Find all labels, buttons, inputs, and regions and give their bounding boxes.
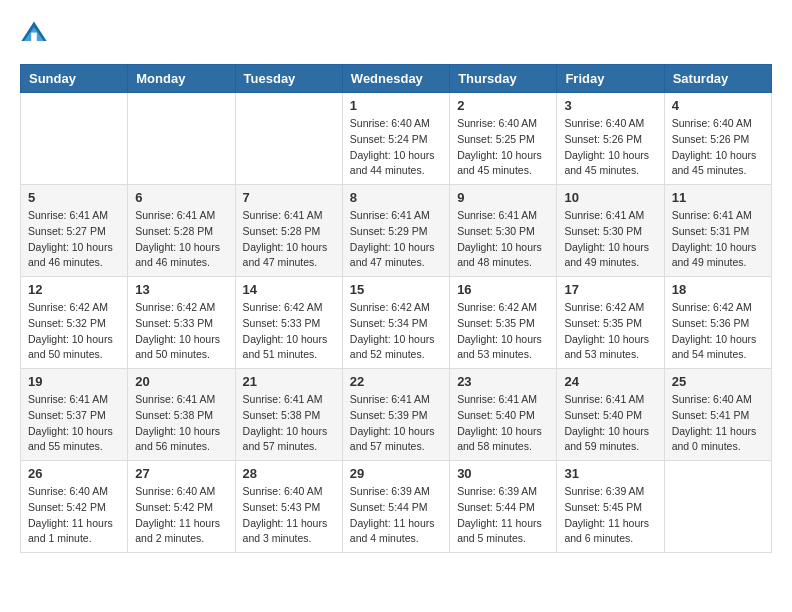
calendar-week-row: 12Sunrise: 6:42 AM Sunset: 5:32 PM Dayli… xyxy=(21,277,772,369)
calendar-cell: 24Sunrise: 6:41 AM Sunset: 5:40 PM Dayli… xyxy=(557,369,664,461)
day-number: 26 xyxy=(28,466,120,481)
day-info: Sunrise: 6:41 AM Sunset: 5:39 PM Dayligh… xyxy=(350,392,442,455)
day-info: Sunrise: 6:40 AM Sunset: 5:41 PM Dayligh… xyxy=(672,392,764,455)
calendar-cell xyxy=(128,93,235,185)
page-header xyxy=(20,20,772,48)
calendar-cell: 8Sunrise: 6:41 AM Sunset: 5:29 PM Daylig… xyxy=(342,185,449,277)
day-header-monday: Monday xyxy=(128,65,235,93)
day-number: 8 xyxy=(350,190,442,205)
calendar-cell: 11Sunrise: 6:41 AM Sunset: 5:31 PM Dayli… xyxy=(664,185,771,277)
day-number: 10 xyxy=(564,190,656,205)
day-number: 5 xyxy=(28,190,120,205)
calendar-cell xyxy=(21,93,128,185)
day-number: 9 xyxy=(457,190,549,205)
day-number: 24 xyxy=(564,374,656,389)
calendar-cell: 20Sunrise: 6:41 AM Sunset: 5:38 PM Dayli… xyxy=(128,369,235,461)
day-number: 29 xyxy=(350,466,442,481)
day-header-sunday: Sunday xyxy=(21,65,128,93)
day-number: 16 xyxy=(457,282,549,297)
calendar-week-row: 26Sunrise: 6:40 AM Sunset: 5:42 PM Dayli… xyxy=(21,461,772,553)
calendar-week-row: 1Sunrise: 6:40 AM Sunset: 5:24 PM Daylig… xyxy=(21,93,772,185)
day-info: Sunrise: 6:42 AM Sunset: 5:32 PM Dayligh… xyxy=(28,300,120,363)
day-info: Sunrise: 6:41 AM Sunset: 5:37 PM Dayligh… xyxy=(28,392,120,455)
calendar: SundayMondayTuesdayWednesdayThursdayFrid… xyxy=(20,64,772,553)
logo-icon xyxy=(20,20,48,48)
calendar-cell: 14Sunrise: 6:42 AM Sunset: 5:33 PM Dayli… xyxy=(235,277,342,369)
day-info: Sunrise: 6:41 AM Sunset: 5:31 PM Dayligh… xyxy=(672,208,764,271)
day-number: 23 xyxy=(457,374,549,389)
day-info: Sunrise: 6:39 AM Sunset: 5:44 PM Dayligh… xyxy=(457,484,549,547)
day-info: Sunrise: 6:40 AM Sunset: 5:42 PM Dayligh… xyxy=(135,484,227,547)
day-info: Sunrise: 6:40 AM Sunset: 5:42 PM Dayligh… xyxy=(28,484,120,547)
day-number: 25 xyxy=(672,374,764,389)
day-info: Sunrise: 6:40 AM Sunset: 5:24 PM Dayligh… xyxy=(350,116,442,179)
day-info: Sunrise: 6:41 AM Sunset: 5:28 PM Dayligh… xyxy=(243,208,335,271)
calendar-cell: 1Sunrise: 6:40 AM Sunset: 5:24 PM Daylig… xyxy=(342,93,449,185)
calendar-cell: 17Sunrise: 6:42 AM Sunset: 5:35 PM Dayli… xyxy=(557,277,664,369)
day-info: Sunrise: 6:41 AM Sunset: 5:40 PM Dayligh… xyxy=(457,392,549,455)
day-number: 12 xyxy=(28,282,120,297)
day-header-wednesday: Wednesday xyxy=(342,65,449,93)
calendar-cell: 7Sunrise: 6:41 AM Sunset: 5:28 PM Daylig… xyxy=(235,185,342,277)
day-number: 17 xyxy=(564,282,656,297)
svg-rect-2 xyxy=(31,33,37,41)
calendar-cell: 28Sunrise: 6:40 AM Sunset: 5:43 PM Dayli… xyxy=(235,461,342,553)
calendar-cell: 31Sunrise: 6:39 AM Sunset: 5:45 PM Dayli… xyxy=(557,461,664,553)
calendar-header-row: SundayMondayTuesdayWednesdayThursdayFrid… xyxy=(21,65,772,93)
calendar-cell: 3Sunrise: 6:40 AM Sunset: 5:26 PM Daylig… xyxy=(557,93,664,185)
day-info: Sunrise: 6:42 AM Sunset: 5:33 PM Dayligh… xyxy=(243,300,335,363)
calendar-cell: 12Sunrise: 6:42 AM Sunset: 5:32 PM Dayli… xyxy=(21,277,128,369)
day-info: Sunrise: 6:41 AM Sunset: 5:29 PM Dayligh… xyxy=(350,208,442,271)
day-number: 7 xyxy=(243,190,335,205)
calendar-cell: 30Sunrise: 6:39 AM Sunset: 5:44 PM Dayli… xyxy=(450,461,557,553)
day-info: Sunrise: 6:41 AM Sunset: 5:38 PM Dayligh… xyxy=(243,392,335,455)
day-info: Sunrise: 6:42 AM Sunset: 5:36 PM Dayligh… xyxy=(672,300,764,363)
day-number: 18 xyxy=(672,282,764,297)
day-number: 4 xyxy=(672,98,764,113)
day-info: Sunrise: 6:39 AM Sunset: 5:44 PM Dayligh… xyxy=(350,484,442,547)
calendar-cell: 18Sunrise: 6:42 AM Sunset: 5:36 PM Dayli… xyxy=(664,277,771,369)
day-info: Sunrise: 6:41 AM Sunset: 5:40 PM Dayligh… xyxy=(564,392,656,455)
day-info: Sunrise: 6:40 AM Sunset: 5:25 PM Dayligh… xyxy=(457,116,549,179)
calendar-cell: 4Sunrise: 6:40 AM Sunset: 5:26 PM Daylig… xyxy=(664,93,771,185)
day-number: 19 xyxy=(28,374,120,389)
calendar-cell: 5Sunrise: 6:41 AM Sunset: 5:27 PM Daylig… xyxy=(21,185,128,277)
day-info: Sunrise: 6:40 AM Sunset: 5:26 PM Dayligh… xyxy=(564,116,656,179)
calendar-cell xyxy=(664,461,771,553)
day-info: Sunrise: 6:40 AM Sunset: 5:26 PM Dayligh… xyxy=(672,116,764,179)
day-number: 13 xyxy=(135,282,227,297)
day-number: 2 xyxy=(457,98,549,113)
day-number: 14 xyxy=(243,282,335,297)
day-info: Sunrise: 6:41 AM Sunset: 5:30 PM Dayligh… xyxy=(564,208,656,271)
day-info: Sunrise: 6:42 AM Sunset: 5:35 PM Dayligh… xyxy=(457,300,549,363)
calendar-cell: 29Sunrise: 6:39 AM Sunset: 5:44 PM Dayli… xyxy=(342,461,449,553)
day-number: 15 xyxy=(350,282,442,297)
calendar-cell: 16Sunrise: 6:42 AM Sunset: 5:35 PM Dayli… xyxy=(450,277,557,369)
calendar-cell: 13Sunrise: 6:42 AM Sunset: 5:33 PM Dayli… xyxy=(128,277,235,369)
day-header-tuesday: Tuesday xyxy=(235,65,342,93)
calendar-cell: 6Sunrise: 6:41 AM Sunset: 5:28 PM Daylig… xyxy=(128,185,235,277)
calendar-cell xyxy=(235,93,342,185)
day-number: 1 xyxy=(350,98,442,113)
day-number: 27 xyxy=(135,466,227,481)
calendar-cell: 27Sunrise: 6:40 AM Sunset: 5:42 PM Dayli… xyxy=(128,461,235,553)
day-number: 3 xyxy=(564,98,656,113)
day-number: 28 xyxy=(243,466,335,481)
calendar-cell: 23Sunrise: 6:41 AM Sunset: 5:40 PM Dayli… xyxy=(450,369,557,461)
day-number: 30 xyxy=(457,466,549,481)
day-info: Sunrise: 6:42 AM Sunset: 5:34 PM Dayligh… xyxy=(350,300,442,363)
day-info: Sunrise: 6:41 AM Sunset: 5:30 PM Dayligh… xyxy=(457,208,549,271)
calendar-cell: 21Sunrise: 6:41 AM Sunset: 5:38 PM Dayli… xyxy=(235,369,342,461)
day-header-friday: Friday xyxy=(557,65,664,93)
calendar-cell: 25Sunrise: 6:40 AM Sunset: 5:41 PM Dayli… xyxy=(664,369,771,461)
day-header-thursday: Thursday xyxy=(450,65,557,93)
calendar-cell: 19Sunrise: 6:41 AM Sunset: 5:37 PM Dayli… xyxy=(21,369,128,461)
day-info: Sunrise: 6:41 AM Sunset: 5:38 PM Dayligh… xyxy=(135,392,227,455)
day-info: Sunrise: 6:40 AM Sunset: 5:43 PM Dayligh… xyxy=(243,484,335,547)
calendar-week-row: 19Sunrise: 6:41 AM Sunset: 5:37 PM Dayli… xyxy=(21,369,772,461)
day-number: 22 xyxy=(350,374,442,389)
calendar-week-row: 5Sunrise: 6:41 AM Sunset: 5:27 PM Daylig… xyxy=(21,185,772,277)
day-number: 6 xyxy=(135,190,227,205)
day-info: Sunrise: 6:41 AM Sunset: 5:28 PM Dayligh… xyxy=(135,208,227,271)
calendar-cell: 10Sunrise: 6:41 AM Sunset: 5:30 PM Dayli… xyxy=(557,185,664,277)
